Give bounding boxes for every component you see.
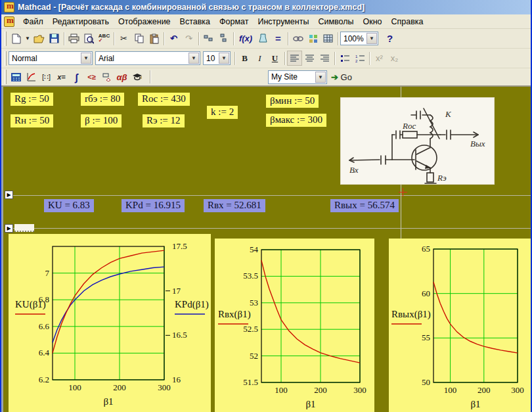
menu-insert[interactable]: Вставка — [175, 16, 215, 28]
collapsed-area-marker[interactable]: ▶ — [5, 224, 13, 233]
new-dropdown-arrow-icon[interactable]: ▼ — [24, 31, 32, 46]
zoom-select[interactable]: 100% ▼ — [340, 32, 378, 45]
plot-rvyx[interactable]: 10020030050556065Rвых(β1)β1 — [389, 239, 531, 412]
mathcad-app-icon — [4, 2, 14, 12]
math-region-beta[interactable]: β := 100 — [81, 114, 122, 127]
font-select[interactable]: Arial ▼ — [95, 51, 200, 65]
math-region-rg[interactable]: Rg := 50 — [11, 93, 53, 106]
calculator-palette-button[interactable] — [9, 70, 24, 85]
menu-symbols[interactable]: Символы — [313, 16, 358, 28]
math-region-k[interactable]: k := 2 — [207, 106, 238, 119]
resource-dropdown-arrow-icon[interactable]: ▼ — [315, 72, 326, 83]
menu-file[interactable]: Файл — [18, 16, 48, 28]
help-button[interactable]: ? — [382, 31, 397, 46]
hyperlink-button[interactable] — [290, 31, 305, 46]
align-right-button[interactable] — [317, 51, 332, 66]
menu-window[interactable]: Окно — [358, 16, 386, 28]
bold-button[interactable]: B — [237, 51, 252, 66]
y-tick-label: 60 — [422, 288, 430, 298]
graph-palette-button[interactable] — [24, 70, 39, 85]
undo-button[interactable]: ↶ — [166, 31, 181, 46]
spell-check-icon: ✓ — [99, 37, 103, 43]
series-Rвых(β1) — [433, 282, 518, 353]
zoom-dropdown-arrow-icon[interactable]: ▼ — [366, 33, 377, 44]
evaluation-palette-button[interactable]: x= — [54, 70, 69, 85]
y-tick-label: 52.5 — [243, 324, 258, 334]
collapsed-area-marker[interactable]: ▶ — [5, 191, 13, 199]
superscript-button[interactable]: x² — [372, 51, 387, 66]
insert-table-button[interactable] — [321, 31, 336, 46]
menu-view[interactable]: Отображение — [114, 16, 175, 28]
evaluate-button[interactable]: = — [271, 31, 286, 46]
subscript-button[interactable]: x₂ — [387, 51, 402, 66]
math-region-bmin[interactable]: βмин := 50 — [266, 95, 319, 108]
font-dropdown-arrow-icon[interactable]: ▼ — [188, 53, 199, 64]
menu-tools[interactable]: Инструменты — [253, 16, 313, 28]
math-toolbar: [∷] x= ∫ <≥ αβ My Site ▼ ➔ Go — [1, 68, 531, 87]
resource-select[interactable]: My Site ▼ — [268, 70, 327, 84]
bullet-list-button[interactable] — [337, 51, 352, 66]
right-tick-label: 16 — [172, 375, 181, 384]
align-left-button[interactable] — [287, 51, 302, 66]
plot-rvx[interactable]: 10020030051.55252.55353.554Rвх(β1)β1 — [215, 239, 374, 412]
worksheet[interactable]: Rg := 50 rбэ := 80 Roc := 430 βмин := 50… — [1, 87, 531, 412]
math-region-re[interactable]: Rэ := 12 — [143, 114, 185, 127]
menu-format[interactable]: Формат — [215, 16, 253, 28]
align-across-button[interactable] — [201, 31, 216, 46]
circuit-label-re: Rэ — [437, 173, 447, 183]
redo-button[interactable]: ↷ — [181, 31, 196, 46]
style-select[interactable]: Normal ▼ — [9, 51, 93, 65]
insert-function-button[interactable]: f(x) — [236, 31, 255, 46]
print-preview-button[interactable] — [81, 31, 97, 46]
menu-edit[interactable]: Редактировать — [48, 16, 114, 28]
style-dropdown-arrow-icon[interactable]: ▼ — [81, 53, 91, 64]
go-button[interactable]: ➔ Go — [327, 70, 356, 85]
toolbar-grip[interactable] — [5, 51, 7, 66]
matrix-palette-button[interactable]: [∷] — [39, 70, 54, 85]
new-button[interactable] — [9, 31, 24, 46]
math-region-rbe[interactable]: rбэ := 80 — [81, 93, 124, 106]
print-button[interactable] — [66, 31, 81, 46]
plot-frame — [261, 250, 360, 382]
right-tick-label: 17 — [172, 286, 181, 296]
open-button[interactable] — [32, 31, 47, 46]
circuit-sketch-image[interactable]: Roc К Вых Вх Rэ — [340, 97, 495, 185]
result-region-ku[interactable]: KU = 6.83 — [44, 199, 94, 212]
underline-button[interactable]: U — [267, 51, 282, 66]
align-down-button[interactable] — [216, 31, 231, 46]
align-center-button[interactable] — [302, 51, 317, 66]
symbolic-palette-button[interactable] — [129, 70, 144, 85]
cut-button[interactable]: ✂ — [116, 31, 131, 46]
toolbar-grip[interactable] — [5, 32, 7, 46]
paste-button[interactable] — [146, 31, 162, 46]
document-icon — [4, 16, 14, 27]
result-region-rvyx[interactable]: Rвых = 56.574 — [330, 199, 399, 212]
legend-label: KPd(β1) — [175, 299, 209, 310]
spell-check-button[interactable]: ABC✓ — [97, 31, 112, 46]
result-region-kpd[interactable]: KPd = 16.915 — [122, 199, 185, 212]
insert-unit-button[interactable] — [255, 31, 271, 46]
standard-toolbar: ▼ ABC✓ ✂ ↶ ↷ — [1, 29, 531, 49]
math-region-roc[interactable]: Roc := 430 — [138, 93, 190, 106]
calculus-palette-button[interactable]: ∫ — [69, 70, 84, 85]
save-button[interactable] — [47, 31, 62, 46]
graph-icon — [26, 72, 36, 81]
greek-palette-button[interactable]: αβ — [114, 70, 129, 85]
copy-button[interactable] — [131, 31, 146, 46]
menu-help[interactable]: Справка — [387, 16, 428, 28]
font-size-select[interactable]: 10 ▼ — [203, 51, 231, 65]
insert-component-button[interactable] — [305, 31, 321, 46]
go-arrow-icon: ➔ — [331, 72, 338, 82]
boolean-palette-button[interactable]: <≥ — [84, 70, 99, 85]
title-bar[interactable]: Mathcad - [Расчёт каскада с комбинирован… — [1, 0, 531, 14]
area-tab[interactable] — [14, 224, 34, 232]
math-region-rn[interactable]: Rн := 50 — [11, 114, 53, 127]
result-region-rvx[interactable]: Rвх = 52.681 — [204, 199, 265, 212]
numbered-list-button[interactable]: 12 — [352, 51, 367, 66]
size-dropdown-arrow-icon[interactable]: ▼ — [219, 53, 229, 64]
programming-palette-button[interactable] — [99, 70, 114, 85]
plot-ku-kpd[interactable]: 1002003006.26.46.66.871616.51717.5KU(β1)… — [9, 234, 211, 412]
toolbar-grip[interactable] — [5, 70, 7, 84]
italic-button[interactable]: I — [252, 51, 267, 66]
math-region-bmax[interactable]: βмакс := 300 — [266, 114, 326, 127]
